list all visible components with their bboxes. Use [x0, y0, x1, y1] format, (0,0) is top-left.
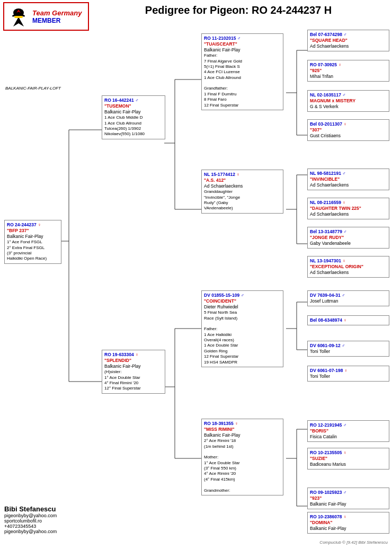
sire-sex: ♂	[135, 98, 138, 103]
ddd-name: "923"	[310, 495, 387, 501]
main-name: "BFP 237"	[7, 228, 59, 234]
dd-card: RO 18-391355 ♀ "MISS RIMINI" Balkanic Fa…	[201, 419, 283, 495]
sds2-loft: Ad Schaerlaeckens	[310, 211, 387, 217]
dsd2-card: DV 6061-07-198 ♀ Toni Toller	[307, 366, 389, 382]
dss2-id: Bel 08-6348974	[310, 317, 342, 323]
main-loft: Balkanic Fair-Play	[7, 234, 59, 240]
sds-name: "INVINCIBLE"	[310, 176, 387, 182]
ddd2-name: "DOMINA"	[310, 520, 387, 526]
ddd-id: RO 09-1025923	[310, 490, 342, 495]
ds-info: 5 Final North Sea Race (Sylt Island) Fat…	[204, 310, 281, 365]
dds2-name: "SUZIE"	[310, 456, 387, 462]
dsd2-loft: Toni Toller	[310, 374, 387, 379]
ssd2-sex: ♂	[342, 92, 345, 98]
sdd-name: "JONGE RUDY"	[310, 235, 387, 241]
team-germany-member: MEMBER	[32, 17, 82, 24]
sdd2-card: NL 13-1947301 ♀ "EXCEPTIONAL ORIGIN" Ad …	[307, 256, 389, 278]
sdd2-name: "EXCEPTIONAL ORIGIN"	[310, 264, 387, 270]
ds-name: "COINCIDENT"	[204, 298, 281, 304]
dam-card: RO 19-633304 ♀ "SPLENDID" Balkanic Fair-…	[102, 350, 165, 394]
ds-loft: Dieter Ruhwiedel	[204, 304, 281, 310]
dds-sex: ♂	[343, 422, 346, 428]
dss2-card: Bel 08-6348974 ♀	[307, 315, 389, 325]
ss-name: "TUAISCEART"	[204, 41, 281, 47]
ss-sex: ♂	[237, 36, 240, 41]
dds2-card: RO 10-2135505 ♀ "SUZIE" Badiceanu Marius	[307, 448, 389, 470]
eagle-icon	[7, 5, 30, 28]
dds2-id: RO 10-2135505	[310, 450, 342, 455]
sss-loft: Ad Schaerlaeckens	[310, 43, 387, 49]
dsd-card: DV 6061-09-12 ♂ Toni Toller	[307, 341, 389, 357]
dss-loft: Josef Luttman	[310, 298, 387, 304]
compuclub-label: Compuclub © [9.42] Bibi Stefanescu	[319, 540, 388, 545]
footer-website: sportcolumbofil.ro	[4, 518, 57, 524]
ssd-sex: ♀	[338, 62, 341, 67]
ssd3-loft: Gust Cristiaens	[310, 133, 387, 139]
sd-info: Granddaughter "Invincible", "Jonge Rudy"…	[204, 189, 281, 211]
sds2-card: NL 08-2116559 ♀ "DAUGHTER TWIN 225" Ad S…	[307, 198, 389, 219]
svg-rect-3	[14, 16, 23, 18]
ds-sex: ♂	[240, 293, 244, 298]
ds-id: DV 01855-15-109	[204, 293, 239, 298]
dd-name: "MISS RIMINI"	[204, 427, 281, 432]
main-pigeon-card: RO 24-244237 ♀ "BFP 237" Balkanic Fair-P…	[4, 220, 61, 264]
dd-sex: ♀	[235, 421, 238, 426]
ssd-id: RO 07-30925	[310, 62, 337, 67]
dds-loft: Fisica Catalin	[310, 434, 387, 440]
footer-name: Bibi Stefanescu	[4, 505, 57, 513]
ddd2-loft: Balkanic Fair-Play	[310, 526, 387, 532]
footer-email1: pigeonbyby@yahoo.com	[4, 513, 57, 518]
sire-name: "TUSEMON"	[104, 103, 163, 109]
ddd2-card: RO 10-2386078 ♀ "DOMINA" Balkanic Fair-P…	[307, 512, 389, 534]
ssd2-name: MAGNUM x MISTERY	[310, 98, 387, 104]
ssd3-name: "307"	[310, 127, 387, 133]
sds2-name: "DAUGHTER TWIN 225"	[310, 206, 387, 211]
sds-id: NL 98-5812191	[310, 171, 341, 176]
ssd-card: RO 07-30925 ♀ "925" Mihai Trifan	[307, 60, 389, 82]
dam-id: RO 19-633304	[104, 352, 134, 357]
dsd-id: DV 6061-09-12	[310, 343, 341, 348]
dam-name: "SPLENDID"	[104, 358, 163, 364]
ss-card: RO 11-2102015 ♂ "TUAISCEART" Balkanic Fa…	[201, 33, 283, 110]
sdd-id: Bel 13-3148779	[310, 229, 342, 234]
ddd2-sex: ♀	[343, 514, 346, 519]
balkanic-label: BALKANIC-FAIR-PLAY-LOFT	[5, 86, 61, 91]
footer-phone: +40723345543	[4, 524, 57, 529]
footer-info: Bibi Stefanescu pigeonbyby@yahoo.com spo…	[4, 505, 57, 534]
main-info: 1° Ace Fond FSGL 2° Extra Final FSGL (3°…	[7, 240, 59, 262]
sire-loft: Balkanic Fair-Play	[104, 109, 163, 115]
ss-id: RO 11-2102015	[204, 36, 236, 41]
dss2-sex: ♀	[343, 317, 346, 323]
ssd2-loft: G & S Verkerk	[310, 104, 387, 110]
dam-loft: Balkanic Fair-Play	[104, 364, 163, 369]
dd-id: RO 18-391355	[204, 421, 234, 426]
sds-sex: ♂	[342, 171, 345, 176]
ssd2-card: NL 02-1635117 ♂ MAGNUM x MISTERY G & S V…	[307, 90, 389, 112]
ssd3-sex: ♀	[343, 121, 346, 127]
dam-sex: ♀	[135, 352, 138, 357]
dam-info: (H)sister: 1° Ace Double Star 4° Final R…	[104, 369, 163, 392]
sire-info: 1 Ace Club Middle D 1 Ace Club Allround …	[104, 115, 163, 137]
dsd-sex: ♂	[342, 343, 345, 348]
dsd2-sex: ♀	[344, 368, 348, 373]
dds-id: RO 12-2191945	[310, 422, 342, 428]
dds2-loft: Badiceanu Marius	[310, 462, 387, 467]
dsd2-id: DV 6061-07-198	[310, 368, 343, 373]
sdd2-sex: ♀	[342, 258, 345, 263]
ssd3-id: Bel 03-2011307	[310, 121, 342, 127]
ds-card: DV 01855-15-109 ♂ "COINCIDENT" Dieter Ru…	[201, 290, 283, 367]
sire-id: RO 16-442241	[104, 98, 134, 103]
ssd-name: "925"	[310, 68, 387, 74]
dd-loft: Balkanic Fair-Play	[204, 432, 281, 438]
sss-sex: ♂	[343, 32, 346, 37]
sd-name: "A.S. 412"	[204, 178, 281, 183]
sd-id: NL 15-1774412	[204, 172, 235, 177]
dsd-loft: Toni Toller	[310, 349, 387, 355]
dss-card: DV 7639-04-31 ♂ Josef Luttman	[307, 290, 389, 306]
team-germany-text: Team Germany	[32, 9, 82, 17]
sd-card: NL 15-1774412 ♀ "A.S. 412" Ad Schaerlaec…	[201, 170, 283, 214]
ssd-loft: Mihai Trifan	[310, 74, 387, 79]
ddd-sex: ♂	[343, 490, 346, 495]
team-germany-badge: Team Germany MEMBER	[3, 2, 89, 31]
ssd3-card: Bel 03-2011307 ♀ "307" Gust Cristiaens	[307, 119, 389, 141]
